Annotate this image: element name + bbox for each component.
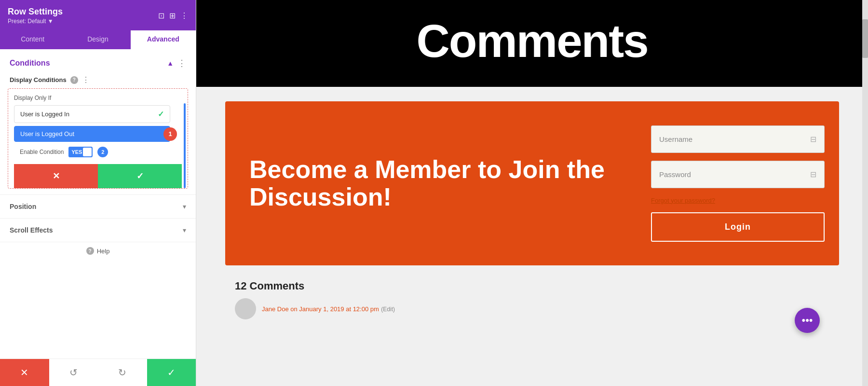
comments-count: 12 Comments xyxy=(235,280,829,292)
member-left: Become a Member to Join the Discussion! xyxy=(225,101,637,265)
footer-redo-button[interactable]: ↻ xyxy=(98,359,147,386)
member-card: Become a Member to Join the Discussion! … xyxy=(225,101,839,265)
condition-badge-1: 1 xyxy=(163,127,177,141)
display-conditions-label: Display Conditions xyxy=(10,76,67,83)
condition-badge-2: 2 xyxy=(97,147,108,157)
condition-scrollbar[interactable] xyxy=(184,103,186,188)
menu-icon[interactable]: ⋮ xyxy=(180,11,188,20)
condition-box: Display Only If User is Logged In ✓ User… xyxy=(8,88,188,189)
position-section[interactable]: Position ▾ xyxy=(0,194,196,218)
comment-row: Jane Doe on January 1, 2019 at 12:00 pm … xyxy=(235,298,829,319)
condition-label-logged-out: User is Logged Out xyxy=(20,130,74,138)
comment-meta: Jane Doe on January 1, 2019 at 12:00 pm xyxy=(262,305,379,313)
panel-footer: ✕ ↺ ↻ ✓ xyxy=(0,358,196,386)
condition-item-logged-in[interactable]: User is Logged In ✓ xyxy=(14,105,170,123)
left-panel: Row Settings Preset: Default ▼ ⊡ ⊞ ⋮ Con… xyxy=(0,0,196,386)
help-circle-icon[interactable]: ? xyxy=(86,247,94,255)
member-tagline: Become a Member to Join the Discussion! xyxy=(249,156,612,211)
toggle-knob xyxy=(83,148,92,156)
username-input[interactable]: Username ⊟ xyxy=(651,125,825,153)
forgot-password-link[interactable]: Forgot your password? xyxy=(651,197,715,204)
expand-icon[interactable]: ⊡ xyxy=(158,11,164,20)
enable-condition-row: Enable Condition YES 2 xyxy=(14,142,182,162)
footer-cancel-button[interactable]: ✕ xyxy=(0,359,49,386)
fab-dots-icon: ••• xyxy=(801,314,813,327)
comments-hero-title: Comments xyxy=(196,14,868,68)
display-only-if-label: Display Only If xyxy=(14,95,182,101)
comment-edit[interactable]: (Edit) xyxy=(381,306,395,313)
condition-cancel-button[interactable]: ✕ xyxy=(14,164,98,188)
scroll-effects-title: Scroll Effects xyxy=(10,226,53,234)
conditions-section-header: Conditions ▲ ⋮ xyxy=(0,49,196,73)
conditions-menu-icon[interactable]: ⋮ xyxy=(177,58,186,69)
scroll-effects-chevron-icon: ▾ xyxy=(183,226,186,234)
position-chevron-icon: ▾ xyxy=(183,203,186,210)
panel-tabs: Content Design Advanced xyxy=(0,30,196,49)
password-icon: ⊟ xyxy=(810,170,816,179)
condition-check-logged-in: ✓ xyxy=(158,110,164,119)
tab-content[interactable]: Content xyxy=(0,30,65,49)
enable-condition-toggle[interactable]: YES xyxy=(68,147,93,157)
username-placeholder: Username xyxy=(659,135,692,143)
right-scrollbar-thumb xyxy=(862,19,868,58)
condition-item-logged-out[interactable]: User is Logged Out xyxy=(14,126,170,142)
panel-preset[interactable]: Preset: Default ▼ xyxy=(8,18,63,25)
help-icon-conditions[interactable]: ? xyxy=(70,76,78,84)
comments-hero: Comments xyxy=(196,0,868,87)
right-panel: Comments Become a Member to Join the Dis… xyxy=(196,0,868,386)
display-conditions-menu-icon[interactable]: ⋮ xyxy=(82,75,90,84)
panel-title: Row Settings xyxy=(8,7,63,17)
help-row: ? Help xyxy=(0,242,196,260)
member-right: Username ⊟ Password ⊟ Forgot your passwo… xyxy=(637,101,839,265)
avatar xyxy=(235,298,256,319)
position-title: Position xyxy=(10,203,36,210)
username-icon: ⊟ xyxy=(810,135,816,144)
footer-undo-button[interactable]: ↺ xyxy=(49,359,98,386)
panel-header: Row Settings Preset: Default ▼ ⊡ ⊞ ⋮ xyxy=(0,0,196,30)
comments-section: 12 Comments Jane Doe on January 1, 2019 … xyxy=(225,280,839,319)
tab-advanced[interactable]: Advanced xyxy=(131,30,196,49)
scroll-effects-section[interactable]: Scroll Effects ▾ xyxy=(0,218,196,242)
condition-action-buttons: ✕ ✓ xyxy=(14,164,182,188)
conditions-collapse-icon[interactable]: ▲ xyxy=(167,59,174,67)
password-input[interactable]: Password ⊟ xyxy=(651,161,825,188)
conditions-title: Conditions xyxy=(10,59,50,68)
panel-body: Conditions ▲ ⋮ Display Conditions ? ⋮ Di… xyxy=(0,49,196,358)
footer-confirm-button[interactable]: ✓ xyxy=(147,359,196,386)
main-content: Become a Member to Join the Discussion! … xyxy=(196,87,868,334)
grid-icon[interactable]: ⊞ xyxy=(169,11,176,20)
help-text: Help xyxy=(97,248,110,255)
fab-button[interactable]: ••• xyxy=(795,308,820,333)
password-placeholder: Password xyxy=(659,170,691,179)
display-conditions-row: Display Conditions ? ⋮ xyxy=(0,73,196,88)
condition-items-list: User is Logged In ✓ User is Logged Out 1 xyxy=(14,105,182,142)
condition-confirm-button[interactable]: ✓ xyxy=(98,164,182,188)
condition-label-logged-in: User is Logged In xyxy=(20,110,69,118)
right-scrollbar[interactable] xyxy=(862,0,868,386)
tab-design[interactable]: Design xyxy=(65,30,130,49)
enable-condition-label: Enable Condition xyxy=(20,149,64,155)
login-button[interactable]: Login xyxy=(651,212,825,242)
